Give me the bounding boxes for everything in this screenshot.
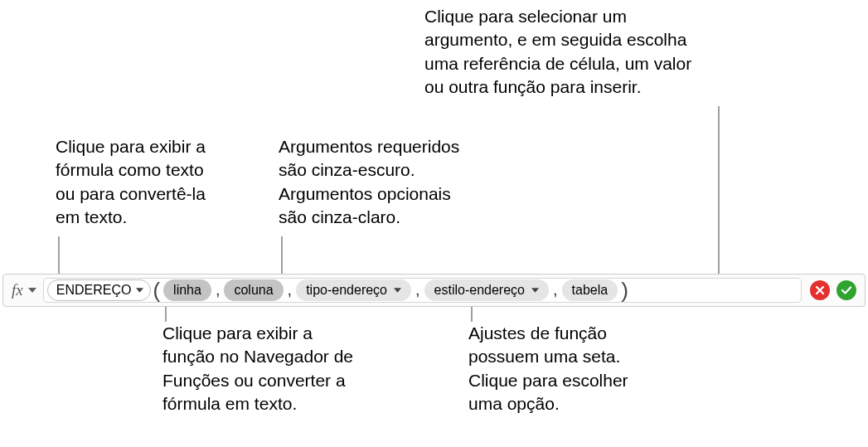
leader-line (718, 106, 720, 277)
check-icon (841, 285, 852, 295)
arg-label: coluna (234, 283, 273, 298)
function-name: ENDEREÇO (56, 283, 132, 298)
separator: , (285, 280, 295, 302)
chevron-down-icon (28, 288, 36, 293)
separator: , (213, 280, 223, 302)
function-token[interactable]: ENDEREÇO (47, 279, 152, 301)
leader-line (281, 236, 283, 278)
chevron-down-icon (531, 288, 539, 293)
callout-function-browser: Clique para exibir a função no Navegador… (162, 322, 395, 415)
fx-icon: fx (12, 281, 23, 299)
arg-label: linha (173, 283, 201, 298)
arg-estilo-endereco[interactable]: estilo-endereço (424, 279, 549, 301)
arg-tipo-endereco[interactable]: tipo-endereço (296, 279, 411, 301)
open-paren: ( (151, 278, 162, 303)
close-icon (815, 285, 825, 295)
formula-action-buttons (807, 280, 865, 300)
arg-label: tipo-endereço (306, 283, 387, 298)
callout-show-as-text: Clique para exibir a fórmula como texto … (56, 135, 271, 229)
arg-label: estilo-endereço (434, 283, 525, 298)
callout-select-argument: Clique para selecionar um argumento, e e… (424, 5, 798, 99)
close-paren: ) (619, 278, 630, 303)
arg-coluna[interactable]: coluna (224, 279, 283, 301)
chevron-down-icon (136, 288, 143, 293)
leader-line (58, 236, 60, 276)
fx-menu[interactable]: fx (3, 275, 41, 306)
arg-tabela[interactable]: tabela (562, 279, 618, 301)
cancel-button[interactable] (810, 280, 830, 300)
formula-editor-bar: fx ENDEREÇO ( linha , coluna , tipo-ende… (2, 274, 866, 307)
separator: , (413, 280, 423, 302)
callout-arg-colors: Argumentos requeridos são cinza-escuro. … (279, 135, 511, 229)
formula-field[interactable]: ENDEREÇO ( linha , coluna , tipo-endereç… (43, 278, 802, 303)
separator: , (550, 280, 560, 302)
arg-label: tabela (572, 283, 609, 298)
arg-linha[interactable]: linha (163, 279, 211, 301)
accept-button[interactable] (836, 280, 856, 300)
chevron-down-icon (394, 288, 401, 293)
callout-setting-arrow: Ajustes de função possuem uma seta. Cliq… (468, 322, 684, 415)
